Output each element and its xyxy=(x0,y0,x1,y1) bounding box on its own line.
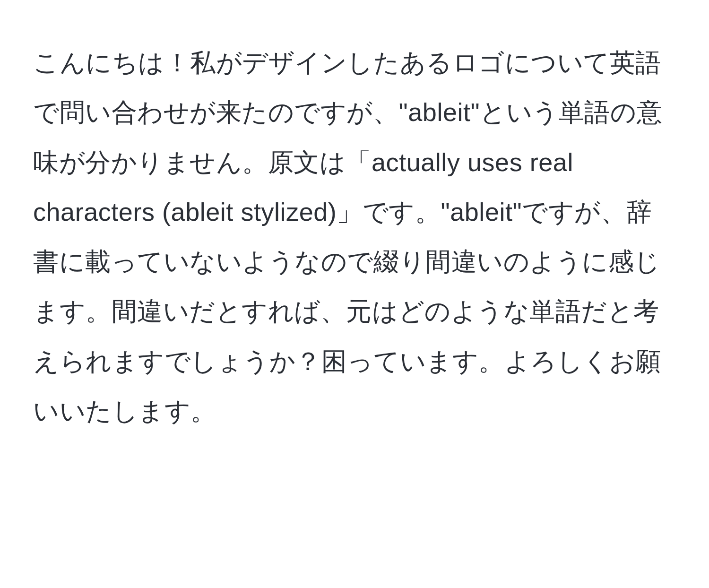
body-paragraph: こんにちは！私がデザインしたあるロゴについて英語で問い合わせが来たのですが、"a… xyxy=(33,38,676,436)
